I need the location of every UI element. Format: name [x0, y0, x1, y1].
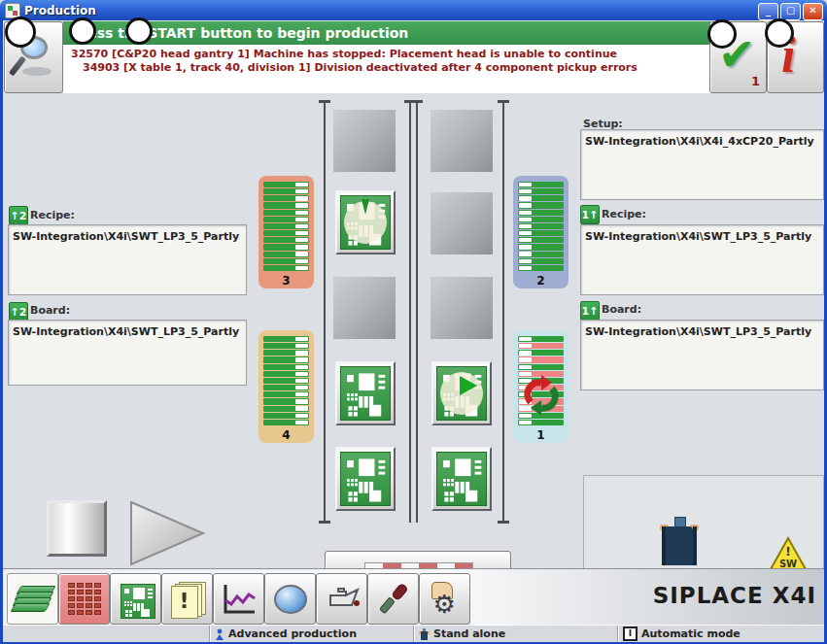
- feeder-station-1[interactable]: 1: [513, 330, 569, 443]
- station-number: 3: [258, 274, 314, 288]
- station-number: 2: [513, 274, 569, 288]
- minimize-button[interactable]: _: [758, 3, 778, 20]
- annotation-circle: [5, 17, 36, 48]
- machine-icon: [662, 517, 697, 567]
- close-button[interactable]: ✕: [803, 3, 823, 20]
- annotation-circle: [125, 17, 153, 45]
- gantry-module-button-running[interactable]: [431, 361, 492, 425]
- annotation-circle: [765, 18, 794, 48]
- instruction-banner: Press the START button to begin producti…: [63, 21, 710, 45]
- board-view-button[interactable]: [110, 573, 161, 625]
- hand-pick-icon: [344, 201, 387, 244]
- error-line: 34903 [X table 1, track 40, division 1] …: [83, 61, 637, 74]
- statistics-icon: [222, 583, 257, 616]
- board-icon: [121, 584, 155, 619]
- recipe-field-right[interactable]: SW-Integration\X4i\SWT_LP3_5_Partly: [580, 224, 824, 295]
- feeder-station-4[interactable]: 4: [258, 330, 314, 443]
- status-bar: Advanced production Stand alone I Automa…: [3, 625, 824, 642]
- annotation-circle: [707, 19, 737, 49]
- statistics-button[interactable]: [213, 573, 264, 625]
- svg-text:!: !: [785, 545, 790, 559]
- board-label-left: Board:: [30, 304, 70, 317]
- maintenance-button[interactable]: [316, 573, 367, 625]
- automatic-mode-icon: I: [623, 627, 637, 641]
- recipe-label-right: Recipe:: [602, 208, 646, 220]
- annotation-circle: [69, 17, 96, 45]
- error-message-area: 32570 [C&P20 head gantry 1] Machine has …: [63, 45, 710, 93]
- gantry-module-button[interactable]: [335, 361, 396, 425]
- window-title: Production: [24, 4, 96, 17]
- status-production-mode: Advanced production: [209, 626, 413, 642]
- operator-icon: [215, 628, 224, 640]
- lane1-up-icon: 1↑: [580, 301, 600, 321]
- gantry-module-button[interactable]: [335, 447, 396, 511]
- component-table-button[interactable]: [58, 573, 110, 625]
- brand-logo: SIPLACE X4I: [653, 583, 816, 608]
- software-warning-icon: ! SW: [769, 536, 808, 571]
- maximize-button[interactable]: ▢: [780, 3, 801, 20]
- conveyor-rail: [409, 102, 411, 523]
- machine-status-box: ! SW: [583, 475, 824, 582]
- start-button[interactable]: [125, 496, 209, 568]
- conveyor-rail: [416, 102, 418, 523]
- error-log-icon: !: [171, 582, 204, 617]
- camera-icon: [274, 585, 307, 614]
- feeder-station-3[interactable]: 3: [258, 176, 314, 288]
- setup-field[interactable]: SW-Integration\X4i\X4i_4xCP20_Partly: [580, 129, 824, 200]
- station-number: 1: [513, 428, 569, 442]
- manual-operations-button[interactable]: ⚙: [419, 573, 470, 625]
- station-slot-empty: [333, 110, 396, 172]
- conveyor-rail: [502, 102, 504, 523]
- toolbar: !: [3, 568, 824, 626]
- play-icon: [131, 502, 203, 564]
- recipe-field-left[interactable]: SW-Integration\X4i\SWT_LP3_5_Partly: [8, 224, 247, 295]
- repair-button[interactable]: [367, 573, 419, 625]
- status-operation-mode: I Automatic mode: [617, 626, 824, 642]
- stop-button[interactable]: [47, 500, 107, 557]
- title-bar: Production _ ▢ ✕: [0, 0, 827, 20]
- oil-can-icon: [323, 584, 362, 615]
- lane1-up-icon: 1↑: [580, 205, 600, 224]
- vision-button[interactable]: [264, 573, 316, 625]
- application-window: Production _ ▢ ✕ Press the START button …: [0, 0, 827, 644]
- changeover-icon: [519, 373, 564, 418]
- production-icon: [15, 586, 52, 613]
- component-table-icon: [68, 583, 101, 615]
- station-number: 4: [258, 428, 314, 442]
- production-tab-button[interactable]: [7, 573, 58, 625]
- gantry-module-button-active[interactable]: [335, 190, 396, 254]
- machine-mini-icon: [419, 628, 430, 640]
- board-field-left[interactable]: SW-Integration\X4i\SWT_LP3_5_Partly: [8, 320, 247, 386]
- feeder-station-2[interactable]: 2: [513, 176, 569, 288]
- lane2-up-icon: ↑2: [9, 206, 28, 225]
- lane2-up-icon: ↑2: [9, 302, 28, 322]
- board-label-right: Board:: [602, 303, 641, 316]
- board-field-right[interactable]: SW-Integration\X4i\SWT_LP3_5_Partly: [580, 320, 824, 390]
- hand-gear-icon: ⚙: [426, 580, 465, 619]
- error-log-button[interactable]: !: [161, 573, 213, 625]
- station-slot-empty: [431, 277, 493, 339]
- error-line: 32570 [C&P20 head gantry 1] Machine has …: [71, 48, 617, 60]
- conveyor-rail: [324, 102, 326, 523]
- recipe-label-left: Recipe:: [30, 209, 75, 221]
- station-slot-empty: [333, 277, 396, 339]
- play-state-icon: [440, 372, 483, 415]
- screwdriver-icon: [376, 582, 411, 617]
- station-slot-empty: [431, 192, 493, 254]
- confirm-count-badge: 1: [751, 74, 760, 88]
- window-body: Press the START button to begin producti…: [0, 20, 827, 644]
- gantry-module-button[interactable]: [431, 447, 492, 511]
- station-slot-empty: [431, 110, 493, 172]
- status-line-mode: Stand alone: [413, 626, 617, 642]
